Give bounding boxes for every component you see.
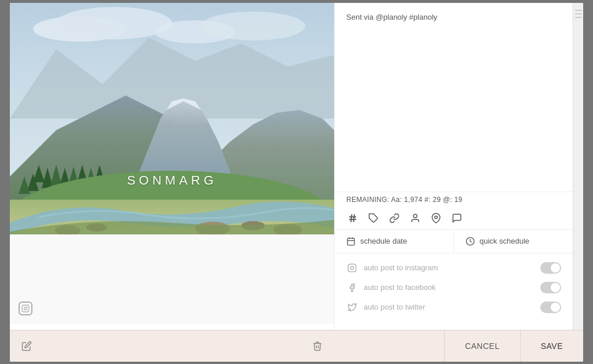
quick-schedule-button[interactable]: quick schedule	[454, 230, 573, 253]
svg-point-43	[350, 266, 353, 269]
cancel-button[interactable]: CANCEL	[444, 330, 520, 362]
toolbar-icons	[335, 207, 573, 230]
facebook-toggle-label: auto post to facebook	[364, 283, 540, 292]
schedule-row: schedule date quick schedule	[335, 230, 573, 253]
footer-left	[10, 341, 334, 351]
right-panel: Sent via @planoly #planoly REMAINING: Aa…	[334, 3, 573, 330]
edge-line-3	[575, 17, 582, 18]
twitter-icon	[346, 302, 358, 313]
instagram-toggle[interactable]	[540, 262, 561, 274]
svg-point-28	[24, 307, 27, 310]
social-toggles: auto post to instagram auto post to face…	[335, 253, 573, 330]
remaining-bar: REMAINING: Aa: 1,974 #: 29 @: 19	[335, 192, 573, 207]
svg-rect-42	[348, 264, 356, 271]
svg-point-44	[354, 265, 354, 266]
image-location-label: SONMARG	[127, 173, 217, 188]
modal-footer: CANCEL SAVE	[10, 330, 583, 362]
quick-schedule-label: quick schedule	[479, 237, 529, 245]
link-icon[interactable]	[388, 212, 401, 225]
facebook-icon	[346, 282, 358, 293]
svg-line-32	[351, 214, 352, 222]
mountain-svg	[10, 3, 334, 234]
twitter-row: auto post to twitter	[346, 302, 561, 313]
facebook-row: auto post to facebook	[346, 282, 561, 293]
instagram-bar-icon	[19, 302, 32, 315]
save-button[interactable]: SAVE	[520, 330, 583, 362]
instagram-row: auto post to instagram	[346, 262, 561, 274]
delete-button[interactable]	[312, 341, 323, 351]
modal-overlay: SONMARG Sent via @planoly #planoly	[0, 0, 593, 364]
right-edge-panel	[573, 3, 583, 330]
calendar-icon	[346, 237, 356, 246]
instagram-icon	[346, 262, 358, 274]
svg-point-35	[413, 214, 417, 218]
svg-point-2	[56, 7, 172, 39]
post-image: SONMARG	[10, 3, 334, 234]
svg-line-33	[354, 214, 355, 222]
clock-icon	[466, 237, 475, 246]
left-panel: SONMARG	[10, 3, 334, 330]
svg-point-36	[435, 216, 438, 219]
label-icon[interactable]	[367, 212, 380, 225]
svg-rect-37	[347, 238, 354, 245]
hashtag-icon[interactable]	[346, 212, 359, 225]
edit-button[interactable]	[21, 341, 32, 351]
instagram-toggle-label: auto post to instagram	[364, 263, 540, 272]
comment-icon[interactable]	[451, 212, 463, 225]
svg-point-4	[201, 12, 305, 41]
modal: SONMARG Sent via @planoly #planoly	[10, 3, 583, 362]
caption-area[interactable]: Sent via @planoly #planoly	[335, 3, 573, 192]
svg-point-29	[27, 306, 28, 307]
edge-line-1	[575, 10, 582, 11]
facebook-toggle[interactable]	[540, 282, 561, 293]
caption-text: Sent via @planoly #planoly	[346, 12, 561, 23]
modal-body: SONMARG Sent via @planoly #planoly	[10, 3, 583, 330]
footer-right: CANCEL SAVE	[334, 330, 583, 362]
schedule-date-label: schedule date	[360, 237, 407, 245]
location-icon[interactable]	[430, 212, 442, 225]
instagram-bar	[10, 234, 334, 324]
edge-line-2	[575, 13, 582, 14]
mention-icon[interactable]	[409, 212, 422, 225]
twitter-toggle[interactable]	[540, 302, 561, 313]
svg-rect-27	[22, 305, 29, 312]
schedule-date-button[interactable]: schedule date	[335, 230, 454, 253]
twitter-toggle-label: auto post to twitter	[364, 303, 540, 311]
